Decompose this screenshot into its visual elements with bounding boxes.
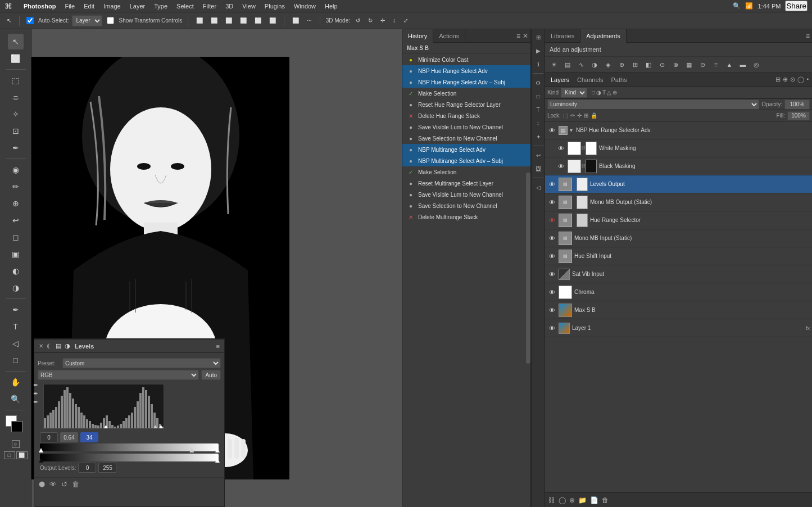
channel-dropdown[interactable]: RGB Red Green Blue <box>38 370 199 380</box>
layer-item-max-sb[interactable]: 👁 Max S B <box>545 301 812 319</box>
output-black-input[interactable] <box>78 463 96 473</box>
add-adjustment-layer-icon[interactable]: ⊕ <box>569 496 575 504</box>
reset-to-defaults-icon[interactable]: ↺ <box>61 480 67 488</box>
move-tool-icon[interactable]: ↖ <box>4 16 13 25</box>
shape-tool[interactable]: □ <box>8 352 24 368</box>
layers-panel-min-icon[interactable]: ▪ <box>806 76 809 83</box>
type-tool[interactable]: T <box>8 319 24 334</box>
history-item-nbp-multi-subj[interactable]: ● NBP Multirange Select Adv – Subj <box>402 155 530 166</box>
adj-hue-sat[interactable]: ⊕ <box>616 59 627 70</box>
gradient-tool[interactable]: ▣ <box>8 246 24 262</box>
input-gradient-bar[interactable] <box>40 443 219 451</box>
menu-type[interactable]: Type <box>154 3 167 10</box>
history-item-nbp-multi[interactable]: ● NBP Multirange Select Adv <box>402 144 530 155</box>
history-item-nbp-hue[interactable]: ● NBP Hue Range Select Adv <box>402 65 530 76</box>
adj-posterize[interactable]: ≡ <box>710 59 722 70</box>
eyedropper-black-icon[interactable]: ✒ <box>33 382 38 389</box>
history-panel-menu-icon[interactable]: ≡ <box>516 32 520 40</box>
fr-icon-1[interactable]: ⊞ <box>533 31 544 43</box>
add-mask-icon[interactable]: ◯ <box>559 496 566 504</box>
fr-icon-text[interactable]: T <box>533 104 544 115</box>
layers-adj-icon[interactable]: ⊙ <box>790 76 795 83</box>
menu-help[interactable]: Help <box>325 3 338 10</box>
brush-tool[interactable]: ✏ <box>8 179 24 194</box>
3d-scale-icon[interactable]: ⤢ <box>401 16 410 25</box>
history-item-save-sel-2[interactable]: ● Save Selection to New Channel <box>402 200 530 211</box>
eyedropper-white-icon[interactable]: ✒ <box>33 399 38 406</box>
history-item-nbp-hue-subj[interactable]: ● NBP Hue Range Select Adv – Subj <box>402 76 530 88</box>
clone-tool[interactable]: ⊕ <box>8 196 24 211</box>
tab-paths[interactable]: Paths <box>609 76 629 83</box>
kind-dropdown[interactable]: Kind <box>561 88 587 98</box>
fr-icon-img[interactable]: 🖼 <box>533 163 544 174</box>
fr-icon-play[interactable]: ▶ <box>533 45 544 56</box>
filter-adj-icon[interactable]: ◑ <box>596 89 601 96</box>
new-layer-icon[interactable]: 📄 <box>590 496 598 504</box>
align-center-icon[interactable]: ⬜ <box>208 16 220 25</box>
adj-selective-color[interactable]: ◎ <box>751 59 762 70</box>
layer-vis-levels-icon[interactable]: 👁 <box>547 180 556 189</box>
delete-layer-icon[interactable]: 🗑 <box>602 496 609 504</box>
adj-color-lookup[interactable]: ▦ <box>683 59 695 70</box>
layer-item-hue-range-selector[interactable]: 👁 ▤ Hue Range Selector <box>545 211 812 229</box>
history-item-delete-hue[interactable]: ✕ Delete Hue Range Stack <box>402 110 530 121</box>
move-tool[interactable]: ↖ <box>8 34 24 49</box>
layers-new-icon[interactable]: ⊕ <box>783 76 788 83</box>
menu-file[interactable]: File <box>65 3 75 10</box>
history-item-save-vis-lum-1[interactable]: ● Save Visible Lum to New Channel <box>402 121 530 133</box>
layer-item-layer-1[interactable]: 👁 Layer 1 fx <box>545 319 812 337</box>
menu-filter[interactable]: Filter <box>203 3 216 10</box>
menu-window[interactable]: Window <box>294 3 316 10</box>
filter-type-icon[interactable]: T <box>602 89 606 96</box>
tab-layers[interactable]: Layers <box>548 76 571 83</box>
layer-vis-chroma-icon[interactable]: 👁 <box>547 288 556 297</box>
layer-fx-label[interactable]: fx <box>806 325 810 331</box>
align-left-icon[interactable]: ⬜ <box>194 16 205 25</box>
layer-item-black-masking[interactable]: 👁 ⛓ Black Masking <box>545 157 812 175</box>
clip-to-layer-icon[interactable]: ⬢ <box>39 480 45 488</box>
adj-threshold[interactable]: ▲ <box>724 59 735 70</box>
adj-exposure[interactable]: ◑ <box>589 59 600 70</box>
fill-input[interactable] <box>787 111 810 120</box>
fr-icon-arrow[interactable]: ↕ <box>533 117 544 129</box>
3d-rotate-icon[interactable]: ↺ <box>353 16 362 25</box>
history-item-delete-multi[interactable]: ✕ Delete Multirange Stack <box>402 211 530 223</box>
artboard-tool[interactable]: ⬜ <box>8 51 24 66</box>
tab-actions[interactable]: Actions <box>433 29 465 43</box>
3d-roll-icon[interactable]: ↻ <box>366 16 375 25</box>
adj-channel-mixer[interactable]: ⊗ <box>670 59 681 70</box>
layer-item-chroma[interactable]: 👁 Chroma <box>545 283 812 301</box>
layer-vis-max-sb-icon[interactable]: 👁 <box>547 306 556 315</box>
lib-panel-menu-icon[interactable]: ≡ <box>806 32 810 40</box>
quick-select-tool[interactable]: ✧ <box>8 106 24 122</box>
layer-item-hue-shift-input[interactable]: 👁 ▤ Hue Shift Input <box>545 247 812 265</box>
history-brush-tool[interactable]: ↩ <box>8 212 24 228</box>
fr-icon-adj[interactable]: ⚙ <box>533 77 544 88</box>
spot-heal-tool[interactable]: ◉ <box>8 162 24 178</box>
layer-item-mono-mb-input[interactable]: 👁 ▤ Mono MB Input (Static) <box>545 229 812 247</box>
fr-icon-style[interactable]: ✦ <box>533 131 544 142</box>
fr-icon-info[interactable]: ℹ <box>533 58 544 70</box>
layer-vis-mono-input-icon[interactable]: 👁 <box>547 234 556 243</box>
output-gradient-bar[interactable] <box>40 454 219 461</box>
preset-dropdown[interactable]: Custom <box>62 358 221 368</box>
lock-position-icon[interactable]: ✛ <box>577 112 582 119</box>
menu-plugins[interactable]: Plugins <box>265 3 285 10</box>
properties-close-icon[interactable]: ✕ <box>39 343 43 349</box>
menu-3d[interactable]: 3D <box>225 3 233 10</box>
align-middle-icon[interactable]: ⬜ <box>252 16 264 25</box>
history-item-save-vis-lum-2[interactable]: ● Save Visible Lum to New Channel <box>402 189 530 200</box>
tab-channels[interactable]: Channels <box>575 76 605 83</box>
opacity-input[interactable] <box>784 99 810 110</box>
black-input-slider[interactable] <box>39 448 43 452</box>
fr-icon-back[interactable]: ◁ <box>533 182 544 193</box>
layer-item-nbp-hue-group[interactable]: 👁 ▤ ▼ NBP Hue Range Selector Adv <box>545 121 812 139</box>
menu-select[interactable]: Select <box>176 3 194 10</box>
blend-mode-dropdown[interactable]: Luminosity Normal Multiply <box>547 99 759 110</box>
layers-mask-icon[interactable]: ◯ <box>797 76 804 83</box>
adj-black-white[interactable]: ◧ <box>643 59 654 70</box>
zoom-tool[interactable]: 🔍 <box>8 391 24 407</box>
auto-button[interactable]: Auto <box>201 370 221 380</box>
white-output-slider[interactable] <box>215 458 220 463</box>
tab-adjustments[interactable]: Adjustments <box>580 29 627 43</box>
